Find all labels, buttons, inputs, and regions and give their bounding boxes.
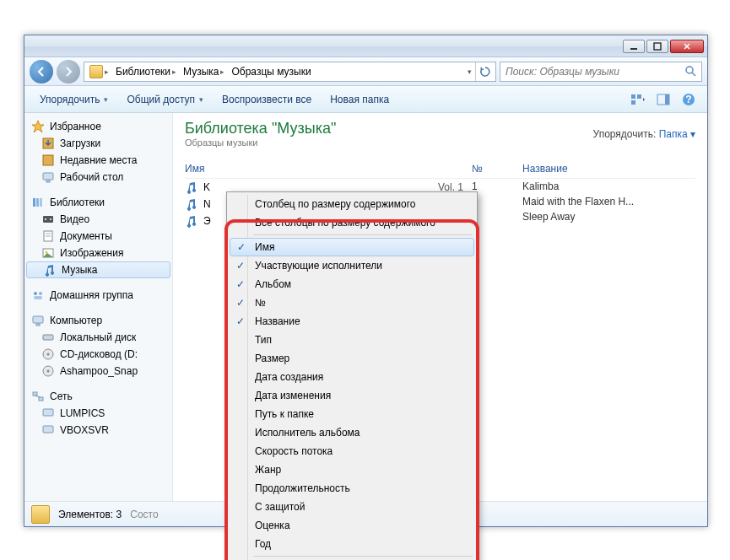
svg-rect-15 [33,198,35,207]
ctx-col-artists[interactable]: ✓Участвующие исполнители [230,256,474,275]
ctx-col-duration[interactable]: Продолжительность [230,479,474,498]
search-box[interactable] [500,62,702,82]
ctx-col-rating[interactable]: Оценка [230,516,474,535]
refresh-button[interactable] [475,62,494,81]
ctx-size-column[interactable]: Столбец по размеру содержимого [230,195,474,213]
breadcrumb-samples[interactable]: Образцы музыки [228,62,314,81]
ctx-size-all[interactable]: Все столбцы по размеру содержимого [230,213,474,232]
svg-point-35 [47,370,50,373]
svg-point-19 [45,218,46,220]
explorer-window: ▸ Библиотеки▸ Музыка▸ Образцы музыки ▾ У… [24,35,708,527]
folder-icon [89,65,103,78]
svg-rect-16 [36,198,39,207]
svg-rect-0 [630,48,637,50]
svg-rect-39 [43,409,53,416]
svg-rect-4 [631,94,635,99]
sidebar-vboxsvr[interactable]: VBOXSVR [24,422,172,439]
svg-point-2 [686,67,693,73]
sidebar-homegroup[interactable]: Домашняя группа [24,287,172,304]
svg-rect-8 [665,94,669,105]
cell-num: 1 [472,179,522,194]
svg-rect-18 [43,216,53,223]
sidebar-documents[interactable]: Документы [24,228,172,245]
music-file-icon [185,214,198,228]
help-button[interactable]: ? [679,89,699,110]
ctx-col-date-modified[interactable]: Дата изменения [230,386,474,405]
svg-rect-31 [43,335,53,340]
search-icon [684,65,698,78]
svg-rect-37 [39,397,43,401]
organize-button[interactable]: Упорядочить [31,90,116,109]
svg-rect-17 [40,198,42,207]
ctx-col-bitrate[interactable]: Скорость потока [230,442,474,460]
svg-point-20 [50,218,51,220]
sidebar-lumpics[interactable]: LUMPICS [24,405,172,422]
breadcrumb-music[interactable]: Музыка▸ [180,62,228,81]
svg-rect-29 [33,316,43,323]
toolbar: Упорядочить Общий доступ Воспроизвести в… [24,86,707,113]
status-count: Элементов: 3 [58,509,122,520]
cell-num: 3 [472,209,522,224]
svg-rect-28 [34,296,42,299]
cell-title: Sleep Away [522,209,695,224]
ctx-col-type[interactable]: Тип [230,331,474,349]
ctx-col-name[interactable]: ✓Имя [230,238,474,256]
column-header-title[interactable]: Название [522,159,695,179]
music-file-icon [185,180,198,194]
ctx-col-number[interactable]: ✓№ [230,293,474,312]
svg-rect-14 [46,180,50,182]
sidebar-network[interactable]: Сеть [24,388,172,405]
arrange-dropdown[interactable]: Папка ▾ [659,128,695,140]
ctx-col-size[interactable]: Размер [230,349,474,368]
column-header-name[interactable]: Имя [185,159,472,179]
ctx-col-genre[interactable]: Жанр [230,460,474,479]
sidebar-cd-drive[interactable]: CD-дисковод (D: [24,346,172,363]
sidebar-favorites[interactable]: Избранное [24,118,172,135]
nav-bar: ▸ Библиотеки▸ Музыка▸ Образцы музыки ▾ [24,57,707,86]
ctx-col-title[interactable]: ✓Название [230,312,474,331]
sidebar-downloads[interactable]: Загрузки [24,135,172,152]
share-button[interactable]: Общий доступ [118,90,212,109]
ctx-col-protected[interactable]: С защитой [230,498,474,516]
new-folder-button[interactable]: Новая папка [322,90,397,109]
ctx-col-album-artist[interactable]: Исполнитель альбома [230,423,474,442]
sidebar-ashampoo[interactable]: Ashampoo_Snap [24,363,172,380]
play-all-button[interactable]: Воспроизвести все [214,90,320,109]
sidebar-libraries[interactable]: Библиотеки [24,194,172,211]
svg-rect-13 [43,173,53,180]
status-state: Состо [130,509,158,520]
svg-text:?: ? [685,94,691,105]
maximize-button[interactable] [646,40,668,53]
ctx-col-album[interactable]: ✓Альбом [230,275,474,293]
address-bar[interactable]: ▸ Библиотеки▸ Музыка▸ Образцы музыки ▾ [84,62,496,82]
svg-rect-36 [33,392,37,396]
sidebar-recent[interactable]: Недавние места [24,152,172,169]
view-options-button[interactable] [628,89,648,110]
sidebar-pictures[interactable]: Изображения [24,245,172,261]
minimize-button[interactable] [623,40,645,53]
arrange-by: Упорядочить: Папка ▾ [593,128,695,140]
sidebar-computer[interactable]: Компьютер [24,312,172,329]
column-context-menu: Столбец по размеру содержимого Все столб… [226,191,478,560]
search-input[interactable] [506,66,683,78]
back-button[interactable] [30,60,53,83]
svg-rect-12 [43,155,53,165]
ctx-col-year[interactable]: Год [230,535,474,553]
sidebar-video[interactable]: Видео [24,211,172,228]
svg-point-33 [47,353,50,356]
sidebar-music[interactable]: Музыка [26,261,170,278]
breadcrumb-libraries[interactable]: Библиотеки▸ [112,62,180,81]
folder-icon [31,505,50,524]
music-file-icon [185,197,198,211]
sidebar-local-disk[interactable]: Локальный диск [24,329,172,346]
sidebar-desktop[interactable]: Рабочий стол [24,169,172,186]
close-button[interactable] [670,40,704,53]
ctx-col-folder-path[interactable]: Путь к папке [230,405,474,423]
forward-button[interactable] [57,60,80,83]
svg-rect-1 [654,43,661,50]
ctx-col-date-created[interactable]: Дата создания [230,368,474,386]
cell-title: Maid with the Flaxen H... [522,194,695,209]
preview-pane-button[interactable] [653,89,673,110]
column-header-number[interactable]: № [472,159,522,179]
svg-rect-30 [36,324,40,326]
